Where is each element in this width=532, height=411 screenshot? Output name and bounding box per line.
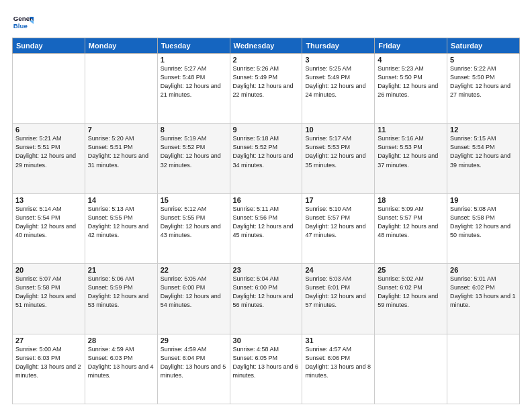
logo-icon: General Blue <box>12 12 34 34</box>
logo: General Blue <box>12 12 36 34</box>
day-info: Sunrise: 5:10 AM Sunset: 5:57 PM Dayligh… <box>305 205 371 240</box>
day-number: 20 <box>15 266 82 274</box>
day-number: 9 <box>233 126 300 134</box>
day-number: 31 <box>305 336 371 345</box>
day-number: 17 <box>305 196 371 204</box>
day-cell: 8Sunrise: 5:19 AM Sunset: 5:52 PM Daylig… <box>157 124 230 193</box>
day-cell: 24Sunrise: 5:03 AM Sunset: 6:01 PM Dayli… <box>302 264 375 334</box>
header-day-tuesday: Tuesday <box>157 38 230 54</box>
header-day-saturday: Saturday <box>447 38 520 54</box>
week-row-1: 1Sunrise: 5:27 AM Sunset: 5:48 PM Daylig… <box>13 54 520 124</box>
day-number: 23 <box>233 266 300 274</box>
day-cell: 15Sunrise: 5:12 AM Sunset: 5:55 PM Dayli… <box>157 193 230 263</box>
day-number: 16 <box>233 196 300 204</box>
week-row-3: 13Sunrise: 5:14 AM Sunset: 5:54 PM Dayli… <box>13 193 520 263</box>
day-cell: 12Sunrise: 5:15 AM Sunset: 5:54 PM Dayli… <box>447 124 520 193</box>
day-info: Sunrise: 5:19 AM Sunset: 5:52 PM Dayligh… <box>161 134 227 169</box>
day-cell <box>85 54 157 124</box>
day-info: Sunrise: 5:27 AM Sunset: 5:48 PM Dayligh… <box>161 64 227 99</box>
day-number: 19 <box>450 196 517 204</box>
header-row: SundayMondayTuesdayWednesdayThursdayFrid… <box>13 38 520 54</box>
day-info: Sunrise: 5:15 AM Sunset: 5:54 PM Dayligh… <box>450 134 517 169</box>
day-cell: 21Sunrise: 5:06 AM Sunset: 5:59 PM Dayli… <box>85 264 157 334</box>
day-cell: 2Sunrise: 5:26 AM Sunset: 5:49 PM Daylig… <box>230 54 302 124</box>
day-info: Sunrise: 5:06 AM Sunset: 5:59 PM Dayligh… <box>88 275 154 310</box>
header-day-friday: Friday <box>375 38 447 54</box>
day-cell: 14Sunrise: 5:13 AM Sunset: 5:55 PM Dayli… <box>85 193 157 263</box>
day-cell: 27Sunrise: 5:00 AM Sunset: 6:03 PM Dayli… <box>13 334 85 404</box>
day-info: Sunrise: 5:20 AM Sunset: 5:51 PM Dayligh… <box>88 134 154 169</box>
day-cell: 26Sunrise: 5:01 AM Sunset: 6:02 PM Dayli… <box>447 264 520 334</box>
day-info: Sunrise: 4:59 AM Sunset: 6:04 PM Dayligh… <box>161 345 227 380</box>
day-number: 29 <box>161 336 227 345</box>
day-info: Sunrise: 4:57 AM Sunset: 6:06 PM Dayligh… <box>305 345 371 380</box>
week-row-4: 20Sunrise: 5:07 AM Sunset: 5:58 PM Dayli… <box>13 264 520 334</box>
calendar-table: SundayMondayTuesdayWednesdayThursdayFrid… <box>12 38 520 404</box>
day-info: Sunrise: 5:17 AM Sunset: 5:53 PM Dayligh… <box>305 134 371 169</box>
day-number: 27 <box>15 336 82 345</box>
svg-text:Blue: Blue <box>13 22 28 30</box>
day-info: Sunrise: 5:09 AM Sunset: 5:57 PM Dayligh… <box>378 205 444 240</box>
day-number: 28 <box>88 336 154 345</box>
day-cell: 7Sunrise: 5:20 AM Sunset: 5:51 PM Daylig… <box>85 124 157 193</box>
day-number: 21 <box>88 266 154 274</box>
day-cell: 19Sunrise: 5:08 AM Sunset: 5:58 PM Dayli… <box>447 193 520 263</box>
day-cell: 3Sunrise: 5:25 AM Sunset: 5:49 PM Daylig… <box>302 54 375 124</box>
day-cell: 13Sunrise: 5:14 AM Sunset: 5:54 PM Dayli… <box>13 193 85 263</box>
day-info: Sunrise: 5:21 AM Sunset: 5:51 PM Dayligh… <box>15 134 82 169</box>
day-cell: 22Sunrise: 5:05 AM Sunset: 6:00 PM Dayli… <box>157 264 230 334</box>
day-info: Sunrise: 5:18 AM Sunset: 5:52 PM Dayligh… <box>233 134 300 169</box>
day-cell: 20Sunrise: 5:07 AM Sunset: 5:58 PM Dayli… <box>13 264 85 334</box>
day-info: Sunrise: 5:08 AM Sunset: 5:58 PM Dayligh… <box>450 205 517 240</box>
day-info: Sunrise: 5:22 AM Sunset: 5:50 PM Dayligh… <box>450 64 517 99</box>
day-number: 15 <box>161 196 227 204</box>
day-info: Sunrise: 5:01 AM Sunset: 6:02 PM Dayligh… <box>450 275 517 310</box>
day-info: Sunrise: 5:02 AM Sunset: 6:02 PM Dayligh… <box>378 275 444 310</box>
day-number: 12 <box>450 126 517 134</box>
header: General Blue <box>12 12 520 34</box>
day-info: Sunrise: 5:16 AM Sunset: 5:53 PM Dayligh… <box>378 134 444 169</box>
day-cell: 29Sunrise: 4:59 AM Sunset: 6:04 PM Dayli… <box>157 334 230 404</box>
day-info: Sunrise: 5:13 AM Sunset: 5:55 PM Dayligh… <box>88 205 154 240</box>
day-number: 24 <box>305 266 371 274</box>
day-info: Sunrise: 5:00 AM Sunset: 6:03 PM Dayligh… <box>15 345 82 380</box>
day-cell: 10Sunrise: 5:17 AM Sunset: 5:53 PM Dayli… <box>302 124 375 193</box>
day-info: Sunrise: 4:58 AM Sunset: 6:05 PM Dayligh… <box>233 345 300 380</box>
day-number: 2 <box>233 56 300 64</box>
day-cell: 9Sunrise: 5:18 AM Sunset: 5:52 PM Daylig… <box>230 124 302 193</box>
day-cell: 25Sunrise: 5:02 AM Sunset: 6:02 PM Dayli… <box>375 264 447 334</box>
day-number: 7 <box>88 126 154 134</box>
week-row-2: 6Sunrise: 5:21 AM Sunset: 5:51 PM Daylig… <box>13 124 520 193</box>
day-number: 3 <box>305 56 371 64</box>
day-cell: 30Sunrise: 4:58 AM Sunset: 6:05 PM Dayli… <box>230 334 302 404</box>
day-cell <box>13 54 85 124</box>
day-cell: 31Sunrise: 4:57 AM Sunset: 6:06 PM Dayli… <box>302 334 375 404</box>
day-info: Sunrise: 5:26 AM Sunset: 5:49 PM Dayligh… <box>233 64 300 99</box>
day-cell: 11Sunrise: 5:16 AM Sunset: 5:53 PM Dayli… <box>375 124 447 193</box>
day-cell: 6Sunrise: 5:21 AM Sunset: 5:51 PM Daylig… <box>13 124 85 193</box>
day-number: 10 <box>305 126 371 134</box>
day-number: 1 <box>161 56 227 64</box>
day-number: 5 <box>450 56 517 64</box>
day-info: Sunrise: 5:04 AM Sunset: 6:00 PM Dayligh… <box>233 275 300 310</box>
day-cell: 17Sunrise: 5:10 AM Sunset: 5:57 PM Dayli… <box>302 193 375 263</box>
day-cell: 1Sunrise: 5:27 AM Sunset: 5:48 PM Daylig… <box>157 54 230 124</box>
day-info: Sunrise: 5:11 AM Sunset: 5:56 PM Dayligh… <box>233 205 300 240</box>
day-number: 18 <box>378 196 444 204</box>
header-day-wednesday: Wednesday <box>230 38 302 54</box>
day-info: Sunrise: 5:12 AM Sunset: 5:55 PM Dayligh… <box>161 205 227 240</box>
day-number: 26 <box>450 266 517 274</box>
header-day-sunday: Sunday <box>13 38 85 54</box>
day-info: Sunrise: 5:14 AM Sunset: 5:54 PM Dayligh… <box>15 205 82 240</box>
day-info: Sunrise: 5:25 AM Sunset: 5:49 PM Dayligh… <box>305 64 371 99</box>
header-day-monday: Monday <box>85 38 157 54</box>
day-cell: 5Sunrise: 5:22 AM Sunset: 5:50 PM Daylig… <box>447 54 520 124</box>
day-cell: 4Sunrise: 5:23 AM Sunset: 5:50 PM Daylig… <box>375 54 447 124</box>
day-number: 22 <box>161 266 227 274</box>
day-number: 4 <box>378 56 444 64</box>
day-number: 14 <box>88 196 154 204</box>
day-info: Sunrise: 5:03 AM Sunset: 6:01 PM Dayligh… <box>305 275 371 310</box>
day-cell: 23Sunrise: 5:04 AM Sunset: 6:00 PM Dayli… <box>230 264 302 334</box>
header-day-thursday: Thursday <box>302 38 375 54</box>
day-cell <box>375 334 447 404</box>
